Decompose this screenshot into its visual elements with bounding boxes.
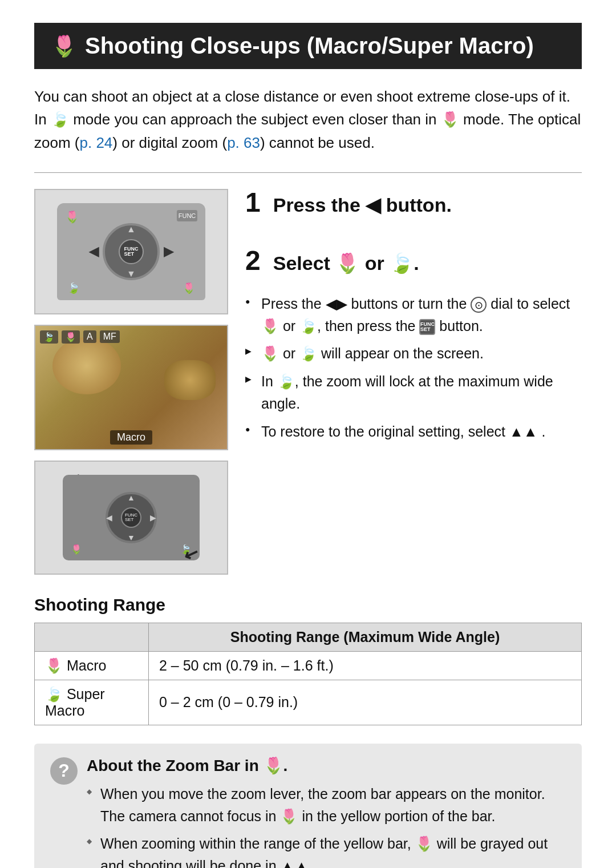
link-p24[interactable]: p. 24 bbox=[79, 134, 112, 151]
arrow-left-indicator: ◀ bbox=[89, 244, 99, 259]
zoom-bar-info-box: ? About the Zoom Bar in 🌷. When you move… bbox=[34, 744, 582, 868]
table-header-empty bbox=[35, 623, 149, 651]
zoom-bar-bullets: When you move the zoom lever, the zoom b… bbox=[87, 783, 566, 868]
step-1: 1 Press the ◀ button. bbox=[245, 189, 582, 227]
food-photo-image: 🍃 🌷 A MF Macro bbox=[34, 325, 228, 450]
dial-diagram: ▲ ▼ ◀ ▶ FUNCSET bbox=[103, 223, 160, 280]
func-set-btn: FUNCSET bbox=[419, 319, 435, 335]
title-block: 🌷 Shooting Close-ups (Macro/Super Macro) bbox=[34, 23, 582, 69]
step2-bullet-1: Press the ◀▶ buttons or turn the ⊙ dial … bbox=[245, 293, 582, 337]
range-macro: 2 – 50 cm (0.79 in. – 1.6 ft.) bbox=[149, 651, 582, 680]
title-icon: 🌷 bbox=[51, 34, 77, 58]
dial2: ▲ ▼ ◀ ▶ FUNCSET bbox=[106, 492, 157, 543]
mf-indicator: MF bbox=[100, 330, 120, 343]
arrow-right-indicator: ▶ bbox=[164, 244, 173, 259]
step2-bullet-2: 🌷 or 🍃 will appear on the screen. bbox=[245, 342, 582, 365]
camera-dial-image: ↗ ▲ ▼ ◀ ▶ FUNCSET 🌷 🍃 bbox=[34, 461, 228, 575]
step2-number: 2 bbox=[245, 247, 261, 274]
mode-macro: 🌷 Macro bbox=[35, 651, 149, 680]
mode-icon: 🍃 bbox=[40, 330, 58, 344]
macro-label: Macro bbox=[110, 430, 152, 445]
camera-top-image: 🌷 FUNC ▲ ▼ ◀ ▶ FUNCSET 🌷 🍃 bbox=[34, 189, 228, 314]
cam-bottom-diagram: ▲ ▼ ◀ ▶ FUNCSET 🌷 🍃 bbox=[63, 475, 200, 560]
intro-text: You can shoot an object at a close dista… bbox=[34, 85, 582, 154]
images-column: 🌷 FUNC ▲ ▼ ◀ ▶ FUNCSET 🌷 🍃 bbox=[34, 189, 228, 575]
dial-center: FUNCSET bbox=[119, 239, 144, 264]
range-table: Shooting Range (Maximum Wide Angle) 🌷 Ma… bbox=[34, 623, 582, 725]
info-box-icon: ? bbox=[50, 757, 78, 785]
table-row-macro: 🌷 Macro 2 – 50 cm (0.79 in. – 1.6 ft.) bbox=[35, 651, 582, 680]
link-p63[interactable]: p. 63 bbox=[227, 134, 260, 151]
steps-layout: 🌷 FUNC ▲ ▼ ◀ ▶ FUNCSET 🌷 🍃 bbox=[34, 189, 582, 575]
step2-title: Select 🌷 or 🍃. bbox=[273, 248, 419, 274]
dial2-center: FUNCSET bbox=[121, 507, 141, 528]
mode-super-macro: 🍃 Super Macro bbox=[35, 680, 149, 725]
divider bbox=[34, 172, 582, 173]
shoot-icon: 🌷 bbox=[62, 330, 80, 344]
step2-bullet-list: Press the ◀▶ buttons or turn the ⊙ dial … bbox=[245, 293, 582, 443]
camera-top-diagram: 🌷 FUNC ▲ ▼ ◀ ▶ FUNCSET 🌷 🍃 bbox=[57, 203, 205, 300]
range-super-macro: 0 – 2 cm (0 – 0.79 in.) bbox=[149, 680, 582, 725]
zoom-bar-bullet-1: When you move the zoom lever, the zoom b… bbox=[87, 783, 566, 827]
step2-bullet-4: To restore to the original setting, sele… bbox=[245, 421, 582, 443]
shooting-range-section: Shooting Range Shooting Range (Maximum W… bbox=[34, 595, 582, 725]
table-row-super-macro: 🍃 Super Macro 0 – 2 cm (0 – 0.79 in.) bbox=[35, 680, 582, 725]
info-box-content: About the Zoom Bar in 🌷. When you move t… bbox=[87, 756, 566, 868]
zoom-bar-title: About the Zoom Bar in 🌷. bbox=[87, 756, 566, 775]
letter-a: A bbox=[83, 330, 96, 343]
zoom-bar-bullet-2: When zooming within the range of the yel… bbox=[87, 833, 566, 868]
step2-bullet-3: In 🍃, the zoom will lock at the maximum … bbox=[245, 370, 582, 415]
step-2: 2 Select 🌷 or 🍃. Press the ◀▶ buttons or… bbox=[245, 247, 582, 443]
steps-column: 1 Press the ◀ button. 2 Select 🌷 or 🍃. P… bbox=[245, 189, 582, 575]
table-header-range: Shooting Range (Maximum Wide Angle) bbox=[149, 623, 582, 651]
camera-ui-overlay: 🍃 🌷 A MF bbox=[40, 330, 222, 344]
page-content: 🌷 Shooting Close-ups (Macro/Super Macro)… bbox=[0, 0, 616, 868]
food-diagram: 🍃 🌷 A MF Macro bbox=[35, 326, 227, 449]
shooting-range-title: Shooting Range bbox=[34, 595, 582, 615]
page-title: Shooting Close-ups (Macro/Super Macro) bbox=[85, 33, 534, 59]
step1-number: 1 bbox=[245, 189, 261, 216]
step1-title: Press the ◀ button. bbox=[273, 190, 452, 216]
